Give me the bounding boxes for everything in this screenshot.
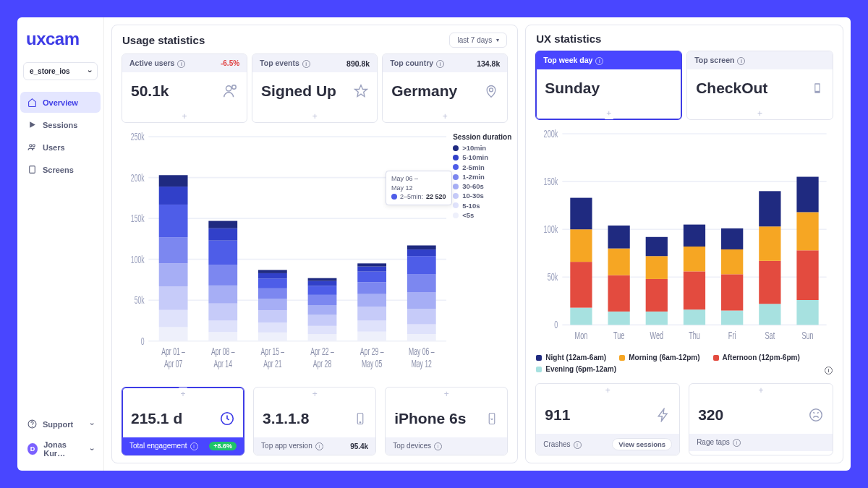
svg-text:Apr 21: Apr 21 <box>263 357 282 369</box>
svg-text:150k: 150k <box>544 176 558 188</box>
info-icon[interactable]: i <box>434 442 442 450</box>
metric-total-engagement[interactable]: + 215.1 d Total engagementi +8.6% <box>122 387 244 455</box>
play-icon <box>27 120 37 129</box>
svg-rect-77 <box>407 245 436 249</box>
app-selector[interactable]: e_store_ios › <box>23 62 98 80</box>
metric-rage-taps[interactable]: + 320 Rage tapsi <box>689 383 833 455</box>
info-icon[interactable]: i <box>733 439 741 447</box>
info-icon[interactable]: i <box>302 60 310 68</box>
svg-rect-65 <box>357 272 386 283</box>
weekday-chart: 050k100k150k200kMonTueWedThuFriSatSun <box>526 120 843 350</box>
svg-rect-124 <box>760 191 781 226</box>
sidebar-item-users[interactable]: Users <box>20 137 101 158</box>
clock-icon <box>219 411 235 427</box>
sidebar-item-screens[interactable]: Screens <box>20 159 101 180</box>
svg-rect-40 <box>258 333 287 341</box>
svg-rect-56 <box>308 281 337 286</box>
info-icon[interactable]: i <box>177 60 185 68</box>
weekday-legend: Night (12am-6am)Morning (6am-12pm)Aftern… <box>526 350 843 380</box>
svg-rect-46 <box>258 273 287 278</box>
metric-active-users[interactable]: Active usersi -6.5% 50.1k + <box>122 53 247 123</box>
add-metric-button[interactable]: + <box>122 110 247 122</box>
svg-text:Thu: Thu <box>689 330 700 342</box>
svg-rect-118 <box>721 249 743 274</box>
tooltip-line1: May 06 – <box>391 174 446 184</box>
svg-rect-85 <box>815 85 819 91</box>
svg-rect-102 <box>608 275 630 312</box>
svg-rect-23 <box>159 263 188 286</box>
add-metric-button[interactable]: + <box>536 384 679 396</box>
svg-rect-108 <box>646 256 668 279</box>
add-metric-button[interactable]: + <box>252 110 377 122</box>
metric-top-app-version[interactable]: + 3.1.1.8 Top app versioni 95.4k <box>253 387 376 455</box>
info-icon[interactable]: i <box>595 57 603 65</box>
svg-text:Mon: Mon <box>575 330 588 342</box>
svg-point-82 <box>359 422 361 424</box>
svg-point-0 <box>30 145 32 147</box>
session-duration-chart: 050k100k150k200k250kApr 01 –Apr 07Apr 08… <box>112 123 517 384</box>
svg-rect-75 <box>407 256 436 274</box>
svg-rect-73 <box>407 292 436 309</box>
svg-rect-119 <box>721 228 743 249</box>
info-icon[interactable]: i <box>574 441 582 449</box>
svg-rect-55 <box>308 286 337 294</box>
metric-value: CheckOut <box>696 80 767 97</box>
svg-text:Apr 28: Apr 28 <box>313 357 332 369</box>
svg-rect-129 <box>797 177 819 213</box>
info-icon[interactable]: i <box>190 442 198 450</box>
date-range-select[interactable]: last 7 days ▾ <box>449 33 507 48</box>
metric-top-country[interactable]: Top countryi 134.8k Germany + <box>382 53 508 123</box>
bolt-icon <box>656 408 671 422</box>
help-icon <box>27 419 37 429</box>
add-metric-button[interactable]: + <box>536 107 681 119</box>
sidebar-item-overview[interactable]: Overview <box>20 92 101 113</box>
svg-text:0: 0 <box>141 335 145 347</box>
tooltip-line2: May 12 <box>391 184 446 193</box>
main-content: Usage statistics last 7 days ▾ Active us… <box>104 17 851 471</box>
svg-rect-26 <box>159 187 188 205</box>
svg-rect-63 <box>357 294 386 307</box>
metric-crashes[interactable]: + 911 Crashesi View sessions <box>535 383 680 455</box>
add-metric-button[interactable]: + <box>386 388 507 400</box>
add-metric-button[interactable]: + <box>254 388 375 400</box>
metric-top-week-day[interactable]: Top week dayi Sunday + <box>535 51 682 120</box>
add-metric-button[interactable]: + <box>687 107 833 119</box>
weekday-chart-svg: 050k100k150k200kMonTueWedThuFriSatSun <box>535 124 834 348</box>
svg-rect-52 <box>308 315 337 326</box>
info-icon[interactable]: i <box>315 442 323 450</box>
sidebar-item-account[interactable]: D Jonas Kur… › <box>20 435 101 463</box>
svg-point-4 <box>32 426 33 427</box>
metric-trend: +8.6% <box>209 442 237 450</box>
svg-rect-101 <box>608 312 630 325</box>
svg-rect-113 <box>684 247 705 271</box>
view-sessions-button[interactable]: View sessions <box>612 438 672 450</box>
sidebar-item-support[interactable]: Support › <box>20 414 101 435</box>
svg-rect-42 <box>258 310 287 322</box>
metric-top-screen[interactable]: Top screeni CheckOut + <box>686 51 833 120</box>
metric-value: 3.1.1.8 <box>263 410 309 427</box>
info-icon[interactable]: i <box>825 367 833 374</box>
svg-rect-70 <box>407 334 436 341</box>
svg-text:May 05: May 05 <box>362 357 382 369</box>
svg-rect-128 <box>797 212 819 250</box>
support-label: Support <box>43 420 73 429</box>
info-icon[interactable]: i <box>737 57 745 65</box>
metric-value: 911 <box>545 406 570 424</box>
svg-rect-30 <box>208 332 237 341</box>
svg-rect-122 <box>760 261 781 304</box>
add-metric-button[interactable]: + <box>122 388 244 400</box>
screen-icon <box>27 165 37 174</box>
svg-rect-53 <box>308 305 337 315</box>
metric-top-events[interactable]: Top eventsi 890.8k Signed Up + <box>252 53 378 123</box>
svg-text:200k: 200k <box>131 171 145 184</box>
svg-rect-104 <box>608 226 630 249</box>
add-metric-button[interactable]: + <box>689 384 833 396</box>
brand-logo: uxcam <box>20 25 101 59</box>
svg-rect-112 <box>684 271 705 309</box>
info-icon[interactable]: i <box>436 60 444 68</box>
session-duration-legend: Session duration>10min5-10min2-5min1-2mi… <box>453 133 511 220</box>
metric-top-devices[interactable]: + iPhone 6s Top devicesi <box>385 387 508 455</box>
sidebar-item-sessions[interactable]: Sessions <box>20 114 101 135</box>
svg-text:0: 0 <box>555 319 558 331</box>
add-metric-button[interactable]: + <box>383 110 507 122</box>
